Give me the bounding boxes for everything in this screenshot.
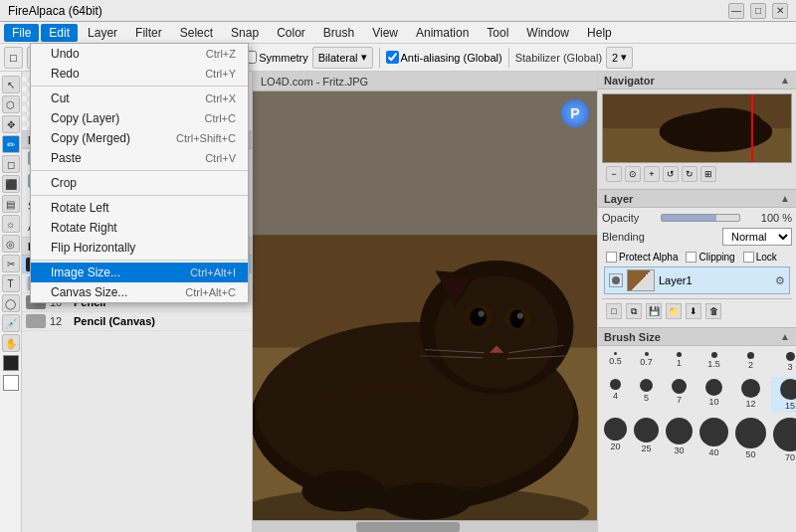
tool-text[interactable]: T — [2, 274, 20, 292]
menu-rotate-right[interactable]: Rotate Right — [31, 218, 248, 238]
menu-animation[interactable]: Animation — [408, 24, 477, 42]
layer-merge-btn[interactable]: ⬇ — [686, 303, 701, 319]
tool-dodge[interactable]: ☼ — [2, 215, 20, 233]
brush-size-7[interactable]: 7 — [664, 377, 695, 413]
menu-help[interactable]: Help — [579, 24, 620, 42]
tool-gradient[interactable]: ▤ — [2, 195, 20, 213]
menu-filter[interactable]: Filter — [127, 24, 170, 42]
maximize-button[interactable]: □ — [750, 3, 766, 19]
tool-lasso[interactable]: ⬡ — [2, 95, 20, 113]
nav-rotate-right[interactable]: ↻ — [682, 166, 697, 182]
minimize-button[interactable]: — — [728, 3, 744, 19]
menu-flip-h[interactable]: Flip Horizontally — [31, 238, 248, 258]
layer-save-btn[interactable]: 💾 — [646, 303, 662, 319]
menu-view[interactable]: View — [364, 24, 406, 42]
nav-fit[interactable]: ⊞ — [700, 166, 716, 182]
symmetry-checkbox[interactable]: Symmetry — [244, 51, 308, 64]
menu-layer[interactable]: Layer — [80, 24, 125, 42]
brush-size-25[interactable]: 25 — [632, 416, 661, 464]
lock-check[interactable] — [743, 252, 754, 263]
menu-undo[interactable]: Undo Ctrl+Z — [31, 44, 248, 64]
menu-crop[interactable]: Crop — [31, 173, 248, 193]
brush-size-12[interactable]: 12 — [733, 377, 768, 413]
tool-crop[interactable]: ✂ — [2, 255, 20, 272]
antialiasing-check[interactable] — [386, 51, 399, 64]
tool-fill[interactable]: ⬛ — [2, 175, 20, 193]
foreground-color[interactable] — [3, 355, 19, 371]
nav-zoom-reset[interactable]: ⊙ — [625, 166, 641, 182]
brush-size-4[interactable]: 4 — [602, 377, 629, 413]
h-scroll-thumb[interactable] — [356, 522, 460, 532]
stabilizer-dropdown[interactable]: 2▾ — [606, 47, 633, 69]
symmetry-dropdown[interactable]: Bilateral▾ — [312, 47, 373, 69]
brush-size-0.5[interactable]: 0.5 — [602, 350, 629, 374]
tool-hand[interactable]: ✋ — [2, 334, 20, 352]
nav-zoom-in[interactable]: + — [644, 166, 660, 182]
tool-eyedrop[interactable]: 💉 — [2, 314, 20, 332]
rotate-right-label: Rotate Right — [51, 221, 117, 235]
brush-size-1.5[interactable]: 1.5 — [697, 350, 730, 374]
layer-folder-btn[interactable]: 📁 — [666, 303, 682, 319]
tool-shape[interactable]: ◯ — [2, 294, 20, 312]
tool-eraser[interactable]: ◻ — [2, 155, 20, 173]
tool-brush[interactable]: ✏ — [2, 135, 20, 153]
menu-cut[interactable]: Cut Ctrl+X — [31, 89, 248, 108]
navigator-toggle[interactable]: ▲ — [780, 75, 790, 86]
menu-window[interactable]: Window — [518, 24, 577, 42]
layer-copy-btn[interactable]: ⧉ — [626, 303, 642, 319]
menu-snap[interactable]: Snap — [223, 24, 267, 42]
menu-select[interactable]: Select — [172, 24, 221, 42]
protect-alpha-checkbox[interactable]: Protect Alpha — [606, 252, 678, 263]
antialiasing-checkbox[interactable]: Anti-aliasing (Global) — [386, 51, 502, 64]
protect-alpha-check[interactable] — [606, 252, 617, 263]
menu-rotate-left[interactable]: Rotate Left — [31, 198, 248, 218]
background-color[interactable] — [3, 375, 19, 391]
lock-checkbox[interactable]: Lock — [743, 252, 777, 263]
brush-size-toggle[interactable]: ▲ — [780, 331, 790, 342]
menu-redo[interactable]: Redo Ctrl+Y — [31, 64, 248, 84]
brush-size-40[interactable]: 40 — [697, 416, 730, 464]
layer-delete-btn[interactable]: 🗑 — [705, 303, 721, 319]
brush-size-20[interactable]: 20 — [602, 416, 629, 464]
layer-toggle[interactable]: ▲ — [780, 193, 790, 204]
tool-select[interactable]: ↖ — [2, 76, 20, 93]
opacity-slider[interactable] — [661, 214, 740, 222]
menu-copy-merged[interactable]: Copy (Merged) Ctrl+Shift+C — [31, 128, 248, 148]
menu-image-size[interactable]: Image Size... Ctrl+Alt+I — [31, 263, 248, 282]
menu-tool[interactable]: Tool — [479, 24, 516, 42]
menu-edit[interactable]: Edit — [41, 24, 78, 42]
nav-zoom-out[interactable]: − — [606, 166, 622, 182]
close-button[interactable]: ✕ — [772, 3, 788, 19]
menu-paste[interactable]: Paste Ctrl+V — [31, 148, 248, 168]
canvas-content[interactable]: P — [253, 91, 597, 532]
brush-size-30[interactable]: 30 — [664, 416, 695, 464]
layer-visibility[interactable] — [609, 273, 623, 287]
clipping-check[interactable] — [686, 252, 696, 263]
brush-size-10[interactable]: 10 — [697, 377, 730, 413]
brush-size-70[interactable]: 70 — [771, 416, 796, 464]
menu-file[interactable]: File — [4, 24, 39, 42]
brush-size-0.7[interactable]: 0.7 — [632, 350, 661, 374]
tool-move[interactable]: ✥ — [2, 115, 20, 133]
nav-rotate-left[interactable]: ↺ — [663, 166, 679, 182]
layer-gear-1[interactable]: ⚙ — [775, 274, 785, 287]
menu-brush[interactable]: Brush — [315, 24, 362, 42]
menu-canvas-size[interactable]: Canvas Size... Ctrl+Alt+C — [31, 282, 248, 302]
painterly-badge[interactable]: P — [561, 99, 589, 127]
brush-size-50[interactable]: 50 — [733, 416, 768, 464]
blending-dropdown[interactable]: Normal — [722, 228, 792, 246]
toolbar-new-btn[interactable]: □ — [4, 47, 23, 69]
menu-color[interactable]: Color — [269, 24, 313, 42]
brush-size-1[interactable]: 1 — [664, 350, 695, 374]
layer-new-btn[interactable]: □ — [606, 303, 622, 319]
brush-size-15[interactable]: 15 — [771, 377, 796, 413]
layer-item-1[interactable]: Layer1 ⚙ — [604, 266, 790, 294]
tool-blur[interactable]: ◎ — [2, 235, 20, 253]
clipping-checkbox[interactable]: Clipping — [686, 252, 734, 263]
brush-size-3[interactable]: 3 — [771, 350, 796, 374]
menu-copy-layer[interactable]: Copy (Layer) Ctrl+C — [31, 108, 248, 128]
brush-size-2[interactable]: 2 — [733, 350, 768, 374]
canvas-scrollbar-h[interactable] — [253, 520, 597, 532]
brush-item-pencil-canvas[interactable]: 12 Pencil (Canvas) — [22, 312, 252, 331]
brush-size-5[interactable]: 5 — [632, 377, 661, 413]
